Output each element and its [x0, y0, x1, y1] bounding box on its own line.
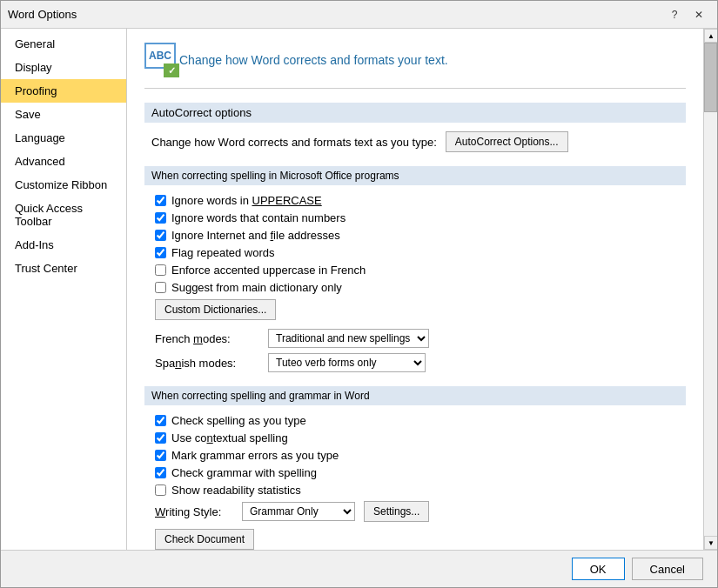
- spanish-modes-row: Spanish modes: Tuteo verb forms only Tut…: [144, 353, 686, 372]
- checkbox-flag-repeated: Flag repeated words: [144, 246, 686, 259]
- checkbox-ignore-internet-input[interactable]: [155, 230, 166, 241]
- check-mark: ✓: [164, 63, 179, 77]
- autocorrect-section-header: AutoCorrect options: [144, 103, 686, 123]
- scroll-thumb[interactable]: [704, 43, 717, 112]
- scroll-track: [704, 43, 717, 536]
- sidebar-item-display[interactable]: Display: [1, 56, 126, 79]
- checkbox-ignore-numbers-input[interactable]: [155, 212, 166, 224]
- checkbox-check-grammar: Check grammar with spelling: [144, 466, 686, 479]
- spanish-modes-label: Spanish modes:: [155, 357, 268, 370]
- french-modes-label: French modes:: [155, 332, 268, 345]
- checkbox-ignore-numbers: Ignore words that contain numbers: [144, 211, 686, 224]
- check-document-button[interactable]: Check Document: [155, 529, 254, 550]
- french-modes-select[interactable]: Traditional and new spellings Traditiona…: [268, 329, 429, 348]
- autocorrect-section: AutoCorrect options Change how Word corr…: [144, 103, 686, 152]
- custom-dict-btn-container: Custom Dictionaries...: [155, 299, 686, 320]
- word-spelling-section: When correcting spelling and grammar in …: [144, 386, 686, 550]
- checkbox-flag-repeated-label: Flag repeated words: [171, 246, 275, 259]
- main-scrollable: ABC ✓ Change how Word corrects and forma…: [127, 29, 703, 550]
- sidebar-item-language[interactable]: Language: [1, 126, 126, 150]
- checkbox-readability: Show readability statistics: [144, 484, 686, 497]
- checkbox-contextual-label: Use contextual spelling: [171, 431, 288, 444]
- autocorrect-options-button[interactable]: AutoCorrect Options...: [446, 131, 568, 152]
- ms-office-spelling-section: When correcting spelling in Microsoft Of…: [144, 166, 686, 372]
- sidebar-item-proofing[interactable]: Proofing: [1, 79, 126, 103]
- checkbox-enforce-accented-input[interactable]: [155, 264, 166, 276]
- title-bar: Word Options ? ✕: [1, 1, 717, 29]
- checkbox-mark-grammar-label: Mark grammar errors as you type: [171, 449, 339, 462]
- checkbox-ignore-internet: Ignore Internet and file addresses: [144, 229, 686, 242]
- dialog-content: General Display Proofing Save Language A…: [1, 29, 717, 550]
- check-doc-container: Check Document: [144, 529, 686, 550]
- scroll-down-button[interactable]: ▼: [704, 536, 717, 550]
- checkbox-readability-input[interactable]: [155, 484, 166, 496]
- sidebar-item-general[interactable]: General: [1, 32, 126, 56]
- checkbox-check-grammar-label: Check grammar with spelling: [171, 466, 317, 479]
- title-bar-buttons: ? ✕: [663, 5, 710, 24]
- checkbox-contextual: Use contextual spelling: [144, 431, 686, 444]
- custom-dictionaries-button[interactable]: Custom Dictionaries...: [155, 299, 276, 320]
- writing-style-row: Writing Style: Grammar Only Grammar & St…: [144, 501, 686, 522]
- checkbox-check-spelling: Check spelling as you type: [144, 414, 686, 427]
- sidebar-item-customize-ribbon[interactable]: Customize Ribbon: [1, 173, 126, 197]
- sidebar-item-advanced[interactable]: Advanced: [1, 150, 126, 173]
- page-header: ABC ✓ Change how Word corrects and forma…: [144, 43, 686, 89]
- dialog-footer: OK Cancel: [1, 550, 717, 587]
- sidebar-item-trust-center[interactable]: Trust Center: [1, 257, 126, 280]
- checkbox-readability-label: Show readability statistics: [171, 484, 301, 497]
- checkbox-check-spelling-input[interactable]: [155, 415, 166, 426]
- french-modes-row: French modes: Traditional and new spelli…: [144, 329, 686, 348]
- cancel-button[interactable]: Cancel: [632, 558, 703, 580]
- checkbox-contextual-input[interactable]: [155, 432, 166, 444]
- checkbox-suggest-main-label: Suggest from main dictionary only: [171, 281, 342, 294]
- checkbox-check-grammar-input[interactable]: [155, 467, 166, 478]
- sidebar-item-quick-access[interactable]: Quick Access Toolbar: [1, 197, 126, 233]
- checkbox-enforce-accented-label: Enforce accented uppercase in French: [171, 264, 366, 277]
- autocorrect-row: Change how Word corrects and formats tex…: [144, 131, 686, 152]
- window-title: Word Options: [8, 8, 77, 21]
- checkbox-ignore-uppercase-label: Ignore words in UPPERCASE: [171, 194, 322, 207]
- vertical-scrollbar: ▲ ▼: [703, 29, 717, 550]
- checkbox-flag-repeated-input[interactable]: [155, 247, 166, 258]
- help-button[interactable]: ?: [663, 5, 686, 24]
- sidebar: General Display Proofing Save Language A…: [1, 29, 127, 550]
- settings-button[interactable]: Settings...: [364, 501, 429, 522]
- checkbox-suggest-main-input[interactable]: [155, 282, 166, 293]
- checkbox-enforce-accented: Enforce accented uppercase in French: [144, 264, 686, 277]
- page-title: Change how Word corrects and formats you…: [179, 53, 448, 67]
- checkbox-check-spelling-label: Check spelling as you type: [171, 414, 306, 427]
- ok-button[interactable]: OK: [572, 558, 625, 580]
- checkbox-suggest-main: Suggest from main dictionary only: [144, 281, 686, 294]
- checkbox-mark-grammar-input[interactable]: [155, 450, 166, 461]
- ms-office-spelling-header: When correcting spelling in Microsoft Of…: [144, 166, 686, 185]
- word-spelling-header: When correcting spelling and grammar in …: [144, 386, 686, 405]
- main-content: ABC ✓ Change how Word corrects and forma…: [127, 29, 703, 550]
- checkbox-ignore-uppercase: Ignore words in UPPERCASE: [144, 194, 686, 207]
- sidebar-item-add-ins[interactable]: Add-Ins: [1, 233, 126, 257]
- checkbox-mark-grammar: Mark grammar errors as you type: [144, 449, 686, 462]
- checkbox-ignore-uppercase-input[interactable]: [155, 195, 166, 206]
- writing-style-label: Writing Style:: [155, 505, 242, 518]
- close-button[interactable]: ✕: [688, 5, 710, 24]
- spanish-modes-select[interactable]: Tuteo verb forms only Tuteo and Voseo ve…: [268, 353, 426, 372]
- autocorrect-label: Change how Word corrects and formats tex…: [151, 136, 437, 149]
- scroll-up-button[interactable]: ▲: [704, 29, 717, 43]
- checkbox-ignore-numbers-label: Ignore words that contain numbers: [171, 211, 346, 224]
- word-options-dialog: Word Options ? ✕ General Display Proofin…: [0, 0, 718, 588]
- sidebar-item-save[interactable]: Save: [1, 103, 126, 126]
- checkbox-ignore-internet-label: Ignore Internet and file addresses: [171, 229, 340, 242]
- writing-style-select[interactable]: Grammar Only Grammar & Style: [242, 502, 355, 521]
- proofing-icon: ABC ✓: [144, 43, 179, 77]
